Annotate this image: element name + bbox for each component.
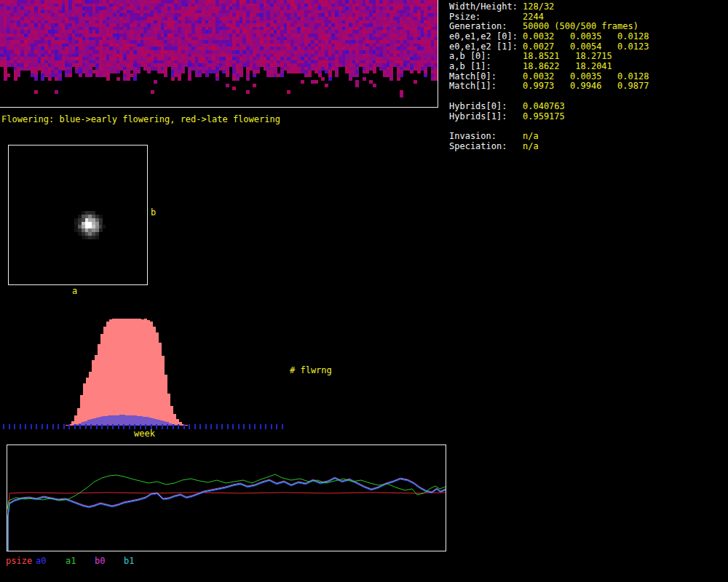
stats-panel: Width/Height:128/32Psize:2244Generation:… <box>449 2 726 162</box>
stat-row: Hybrids[1]:0.959175 <box>449 112 726 122</box>
hist-bar-pink <box>144 319 147 426</box>
hist-annotation: # flwrng <box>290 366 332 376</box>
hist-bar-pink <box>103 327 106 426</box>
series-b1 <box>8 478 446 551</box>
flowering-histogram <box>0 316 342 440</box>
stat-label: Hybrids[0]: <box>449 102 523 112</box>
hist-bar-pink <box>98 344 100 426</box>
stat-label: Match[1]: <box>449 81 523 92</box>
hist-bar-pink <box>153 327 156 426</box>
stat-group: Invasion:n/aSpeciation:n/a <box>449 132 726 151</box>
week-axis-tick <box>173 424 174 429</box>
week-axis-tick <box>31 424 32 429</box>
week-axis-tick <box>194 424 196 429</box>
hist-bar-purple <box>169 423 172 426</box>
stat-value: 0.0027 0.0054 0.0123 <box>523 42 649 52</box>
stat-row: Speciation:n/a <box>449 142 726 152</box>
stat-label: e0,e1,e2 [0]: <box>449 32 523 42</box>
hist-bar-purple <box>108 415 111 426</box>
stat-row: Hybrids[0]:0.040763 <box>449 102 726 112</box>
hist-bar-purple <box>111 415 114 426</box>
stat-label: Width/Height: <box>449 2 523 12</box>
hist-bar-pink <box>92 360 95 426</box>
hist-bar-pink <box>124 319 127 426</box>
legend-psize: psize <box>6 557 32 567</box>
week-axis-tick <box>260 424 261 429</box>
hist-bar-pink <box>95 355 98 426</box>
hist-bar-purple <box>128 415 131 426</box>
legend-a1: a1 <box>66 557 76 567</box>
stat-label: Generation: <box>449 22 523 32</box>
hist-bar-purple <box>87 420 90 426</box>
app-screen: Flowering: blue->early flowering, red->l… <box>0 0 728 582</box>
stat-value: 0.0032 0.0035 0.0128 <box>523 72 649 82</box>
hist-bar-pink <box>112 319 115 426</box>
week-axis-tick <box>79 424 81 429</box>
stat-row: a,b [0]:18.8521 18.2715 <box>449 52 726 62</box>
week-axis-tick <box>36 424 37 429</box>
hist-bar-purple <box>163 421 166 426</box>
hist-bar-pink <box>170 406 173 426</box>
hist-bar-purple <box>157 420 160 426</box>
hist-bar-purple <box>119 415 122 426</box>
hist-bar-purple <box>134 415 137 426</box>
stat-row: e0,e1,e2 [0]:0.0032 0.0035 0.0128 <box>449 32 726 42</box>
week-axis-tick <box>189 424 190 429</box>
week-axis-tick <box>254 424 256 429</box>
week-axis-tick <box>52 424 54 429</box>
week-axis-tick <box>210 424 212 429</box>
week-axis-tick <box>167 424 168 429</box>
hist-bar-purple <box>131 415 134 426</box>
hist-bar-purple <box>151 418 154 426</box>
stat-row: Width/Height:128/32 <box>449 2 726 12</box>
hist-bar-pink <box>77 408 80 426</box>
week-axis-tick <box>47 424 48 429</box>
hist-bar-pink <box>86 378 89 426</box>
legend-a0: a0 <box>36 557 46 567</box>
ab-xlabel: a <box>72 287 77 297</box>
ab-scatter-canvas <box>9 146 147 284</box>
stat-value: 0.040763 <box>523 102 565 112</box>
hist-bar-purple <box>137 416 140 426</box>
stat-row: e0,e1,e2 [1]:0.0027 0.0054 0.0123 <box>449 42 726 52</box>
week-axis-tick <box>205 424 207 429</box>
stat-value: 18.8622 18.2041 <box>523 62 612 72</box>
week-axis-tick <box>199 424 201 429</box>
hist-bar-pink <box>115 319 118 426</box>
hist-xlabel: week <box>134 429 155 439</box>
hist-bar-pink <box>80 395 83 426</box>
week-axis-tick <box>232 424 234 429</box>
hist-bar-pink <box>150 322 153 426</box>
ab-scatter-panel <box>8 145 148 285</box>
week-axis-tick <box>162 424 163 429</box>
hist-bar-pink <box>74 415 77 426</box>
week-axis-tick <box>85 424 87 429</box>
hist-bar-purple <box>116 415 119 426</box>
stat-label: Speciation: <box>449 142 523 152</box>
series-psize <box>9 493 446 508</box>
week-axis-tick <box>14 424 15 429</box>
week-axis-tick <box>243 424 245 429</box>
ab-ylabel: b <box>151 208 156 218</box>
stat-value: 2244 <box>523 12 544 23</box>
hist-bar-pink <box>162 356 165 426</box>
week-axis-tick <box>216 424 218 429</box>
hist-bar-pink <box>156 332 159 426</box>
week-axis-tick <box>271 424 272 429</box>
stat-label: Invasion: <box>449 132 523 142</box>
hist-bar-pink <box>118 319 121 426</box>
week-axis-tick <box>282 424 283 429</box>
stat-group: Width/Height:128/32Psize:2244Generation:… <box>449 2 726 92</box>
hist-bar-purple <box>175 425 178 426</box>
stat-label: Match[0]: <box>449 72 523 82</box>
hist-bar-pink <box>121 319 124 426</box>
hist-bar-pink <box>132 319 135 426</box>
week-axis-tick <box>25 424 26 429</box>
week-axis-tick <box>123 424 124 429</box>
week-axis-tick <box>183 424 185 429</box>
stat-row: a,b [1]:18.8622 18.2041 <box>449 62 726 72</box>
stat-label: a,b [0]: <box>449 52 523 62</box>
hist-bar-pink <box>138 319 141 426</box>
week-axis-tick <box>3 424 4 429</box>
hist-bar-pink <box>185 425 188 426</box>
